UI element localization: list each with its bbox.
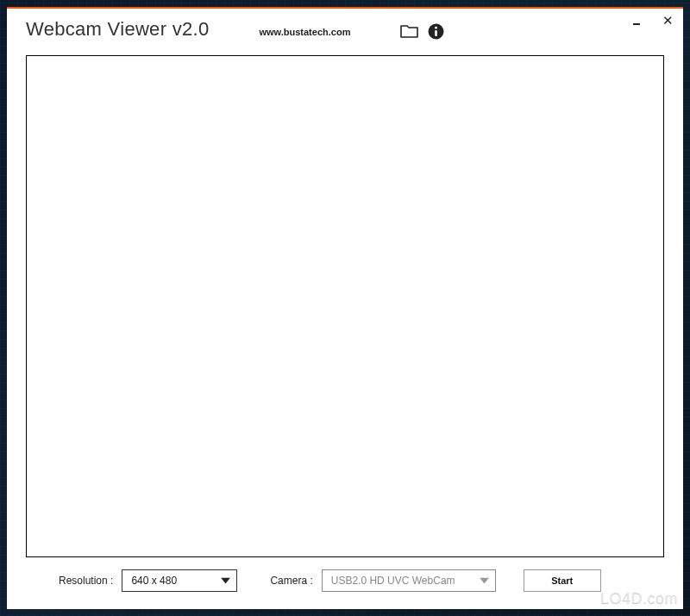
svg-rect-2 [436, 30, 438, 36]
title-icon-group [400, 23, 444, 40]
start-button[interactable]: Start [524, 569, 601, 592]
svg-marker-4 [480, 578, 489, 584]
video-preview-area [26, 55, 664, 557]
close-button[interactable]: ✕ [661, 14, 674, 28]
start-button-label: Start [551, 575, 573, 586]
title-bar: Webcam Viewer v2.0 www.bustatech.com ✕ [7, 9, 683, 50]
resolution-select[interactable]: 640 x 480 [122, 569, 237, 592]
resolution-label: Resolution : [59, 575, 113, 587]
info-icon[interactable] [428, 23, 444, 40]
vendor-url: www.bustatech.com [259, 27, 350, 37]
chevron-down-icon [480, 578, 489, 584]
bottom-toolbar: Resolution : 640 x 480 Camera : USB2.0 H… [7, 557, 683, 592]
camera-select[interactable]: USB2.0 HD UVC WebCam [322, 569, 496, 592]
svg-marker-3 [221, 578, 230, 584]
window-controls: ✕ [631, 14, 674, 28]
app-title: Webcam Viewer v2.0 [26, 18, 209, 41]
folder-icon[interactable] [400, 23, 419, 39]
app-window: Webcam Viewer v2.0 www.bustatech.com ✕ [7, 7, 683, 609]
svg-point-1 [436, 26, 438, 28]
minimize-button[interactable] [631, 14, 645, 28]
resolution-value: 640 x 480 [131, 575, 177, 587]
camera-label: Camera : [270, 575, 312, 587]
camera-value: USB2.0 HD UVC WebCam [331, 575, 455, 587]
chevron-down-icon [221, 578, 230, 584]
